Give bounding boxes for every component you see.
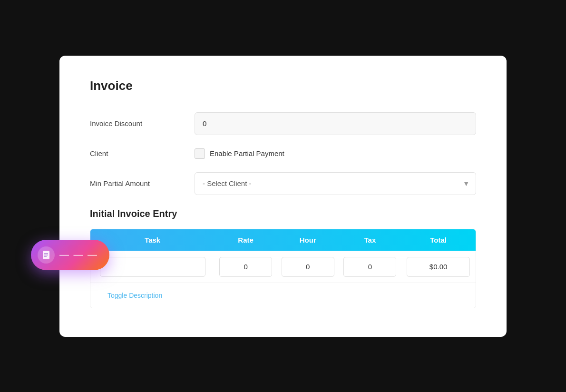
partial-payment-checkbox[interactable] <box>195 148 205 159</box>
total-cell <box>401 257 476 277</box>
rate-cell <box>215 257 277 277</box>
tax-cell <box>339 257 401 277</box>
invoice-card: Invoice Invoice Discount Client Enable P… <box>59 56 507 337</box>
floating-action-button[interactable]: — — — <box>31 240 109 270</box>
partial-payment-row: Enable Partial Payment <box>195 148 284 159</box>
tax-input[interactable] <box>343 257 396 277</box>
table-row <box>90 251 476 283</box>
discount-label: Invoice Discount <box>90 119 195 127</box>
rate-input[interactable] <box>219 257 272 277</box>
document-icon <box>38 246 55 264</box>
total-input[interactable] <box>407 257 470 277</box>
table-header-total: Total <box>401 236 476 244</box>
task-cell <box>90 257 215 277</box>
section-title: Initial Invoice Entry <box>90 208 476 219</box>
min-partial-label: Min Partial Amount <box>90 179 195 187</box>
toggle-description-link[interactable]: Toggle Description <box>99 287 171 304</box>
min-partial-row: Min Partial Amount - Select Client - ▼ <box>90 172 476 195</box>
client-row: Client Enable Partial Payment <box>90 148 476 159</box>
partial-payment-label: Enable Partial Payment <box>210 149 284 157</box>
table-footer: Toggle Description <box>90 283 476 308</box>
client-label: Client <box>90 149 195 157</box>
discount-row: Invoice Discount <box>90 112 476 135</box>
table-header-tax: Tax <box>339 236 401 244</box>
client-select-wrapper: - Select Client - ▼ <box>195 172 476 195</box>
task-input[interactable] <box>100 257 205 277</box>
table-header-task: Task <box>90 236 215 244</box>
table-header-rate: Rate <box>215 236 277 244</box>
hour-input[interactable] <box>282 257 334 277</box>
client-select[interactable]: - Select Client - <box>195 172 476 195</box>
page-title: Invoice <box>90 78 476 93</box>
minus-icon: — — — <box>59 249 98 260</box>
discount-input[interactable] <box>195 112 476 135</box>
table-header-hour: Hour <box>277 236 339 244</box>
table-header: Task Rate Hour Tax Total <box>90 229 476 251</box>
invoice-table: Task Rate Hour Tax Total <box>90 229 476 308</box>
hour-cell <box>277 257 339 277</box>
